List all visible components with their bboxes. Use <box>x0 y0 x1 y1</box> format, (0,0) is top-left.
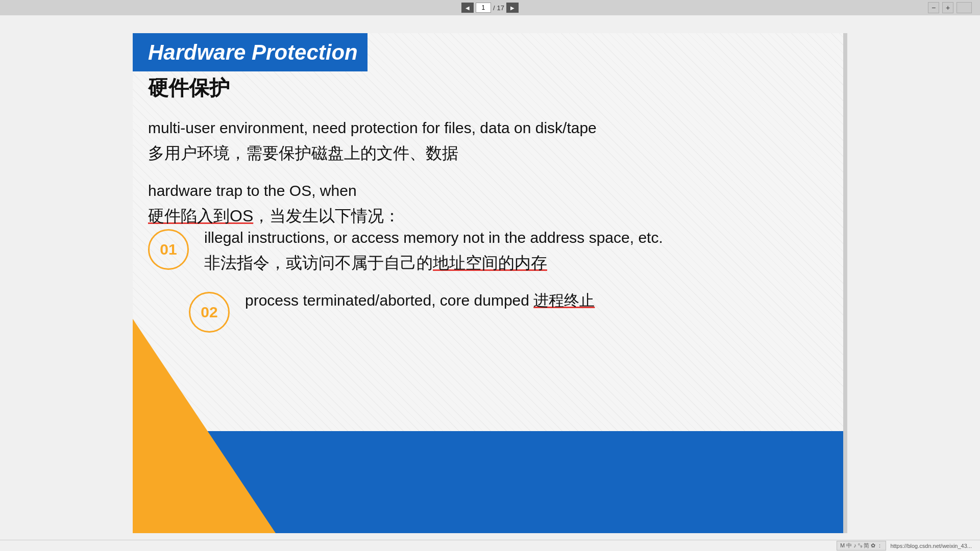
item1-zh-prefix: 非法指令，或访问不属于自己的 <box>204 254 433 272</box>
orange-triangle-decoration <box>133 319 276 533</box>
item1-text: illegal instructions, or access memory n… <box>204 227 832 274</box>
item2-text: process terminated/aborted, core dumped … <box>245 290 832 314</box>
page-separator: / <box>493 4 495 12</box>
header-strip: Hardware Protection <box>133 33 368 71</box>
slide: Hardware Protection 硬件保护 multi-user envi… <box>133 33 847 533</box>
para1-english: multi-user environment, need protection … <box>148 117 832 139</box>
item1-number: 01 <box>148 229 189 270</box>
prev-button[interactable]: ◀ <box>461 3 474 13</box>
view-button[interactable] <box>957 2 972 13</box>
paragraph-1: multi-user environment, need protection … <box>148 117 832 165</box>
total-pages: 17 <box>497 4 504 12</box>
zoom-out-button[interactable]: − <box>928 2 939 13</box>
next-button[interactable]: ▶ <box>506 3 519 13</box>
page-indicator: / 17 <box>476 3 504 13</box>
item-row-1: 01 illegal instructions, or access memor… <box>148 227 832 274</box>
slide-container: Hardware Protection 硬件保护 multi-user envi… <box>0 15 980 551</box>
ime-indicator[interactable]: M 中 ♪ °₉ 简 ✿ ： <box>837 541 886 550</box>
para2-english: hardware trap to the OS, when <box>148 180 832 202</box>
item1-chinese: 非法指令，或访问不属于自己的地址空间的内存 <box>204 252 832 274</box>
paragraph-2: hardware trap to the OS, when 硬件陷入到OS，当发… <box>148 180 832 228</box>
para2-zh-underline: 硬件陷入到OS <box>148 207 253 225</box>
para2-zh-rest: ，当发生以下情况： <box>253 207 400 225</box>
items-section: 01 illegal instructions, or access memor… <box>148 227 832 348</box>
url-text: https://blog.csdn.net/weixin_43... <box>890 543 972 549</box>
zoom-in-button[interactable]: + <box>942 2 953 13</box>
item1-english: illegal instructions, or access memory n… <box>204 227 832 248</box>
item2-number: 02 <box>189 292 230 333</box>
para2-chinese: 硬件陷入到OS，当发生以下情况： <box>148 205 832 228</box>
item1-zh-underline: 地址空间的内存 <box>433 254 547 272</box>
toolbar: ◀ / 17 ▶ − + <box>0 0 980 15</box>
item2-english: process terminated/aborted, core dumped … <box>245 290 832 311</box>
toolbar-right: − + <box>928 2 972 13</box>
right-border-decoration <box>843 33 847 533</box>
slide-title: Hardware Protection <box>148 40 358 65</box>
para1-chinese: 多用户环境，需要保护磁盘上的文件、数据 <box>148 142 832 165</box>
item2-zh-underline: 进程终止 <box>533 292 595 309</box>
content-area: multi-user environment, need protection … <box>148 117 832 243</box>
item-row-2: 02 process terminated/aborted, core dump… <box>148 290 832 333</box>
chinese-title: 硬件保护 <box>148 74 230 102</box>
item2-en-prefix: process terminated/aborted, core dumped <box>245 292 533 309</box>
status-bar: M 中 ♪ °₉ 简 ✿ ： https://blog.csdn.net/wei… <box>0 540 980 551</box>
page-input[interactable] <box>476 3 491 13</box>
nav-controls: ◀ / 17 ▶ <box>461 3 519 13</box>
